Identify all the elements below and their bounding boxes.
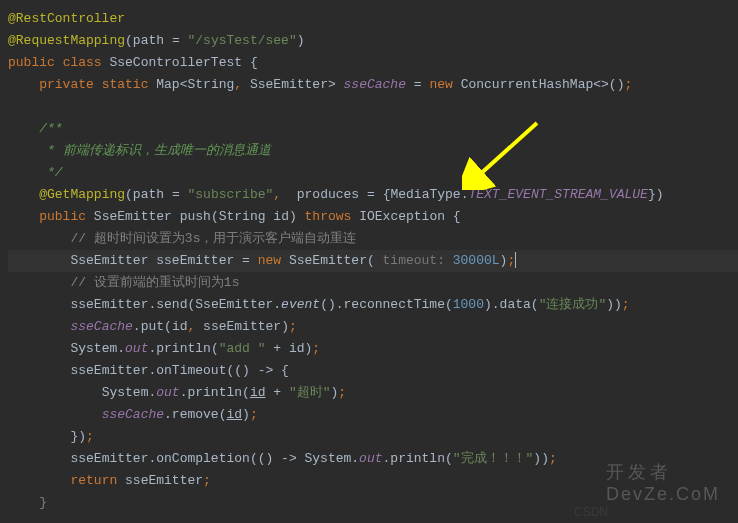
code-line <box>8 96 738 118</box>
code-line: System.out.println("add " + id); <box>8 338 738 360</box>
code-line: sseCache.put(id, sseEmitter); <box>8 316 738 338</box>
code-line: public class SseControllerTest { <box>8 52 738 74</box>
code-line: @RestController <box>8 8 738 30</box>
code-line: @RequestMapping(path = "/sysTest/see") <box>8 30 738 52</box>
code-line: // 设置前端的重试时间为1s <box>8 272 738 294</box>
code-line: System.out.println(id + "超时"); <box>8 382 738 404</box>
code-line: * 前端传递标识，生成唯一的消息通道 <box>8 140 738 162</box>
code-line-active: SseEmitter sseEmitter = new SseEmitter( … <box>8 250 738 272</box>
watermark-logo: 开发者 DevZe.CoM <box>606 460 720 505</box>
text-cursor <box>515 252 516 268</box>
code-line: /** <box>8 118 738 140</box>
code-line: sseEmitter.onTimeout(() -> { <box>8 360 738 382</box>
code-line: private static Map<String, SseEmitter> s… <box>8 74 738 96</box>
code-line: sseCache.remove(id); <box>8 404 738 426</box>
code-line: */ <box>8 162 738 184</box>
watermark-csdn: CSDN <box>574 505 608 519</box>
code-line: sseEmitter.send(SseEmitter.event().recon… <box>8 294 738 316</box>
annotation-arrow <box>462 115 552 190</box>
code-line: // 超时时间设置为3s，用于演示客户端自动重连 <box>8 228 738 250</box>
code-editor[interactable]: @RestController @RequestMapping(path = "… <box>0 0 738 522</box>
code-line: }); <box>8 426 738 448</box>
code-line: public SseEmitter push(String id) throws… <box>8 206 738 228</box>
svg-line-1 <box>477 123 537 177</box>
code-line: @GetMapping(path = "subscribe", produces… <box>8 184 738 206</box>
